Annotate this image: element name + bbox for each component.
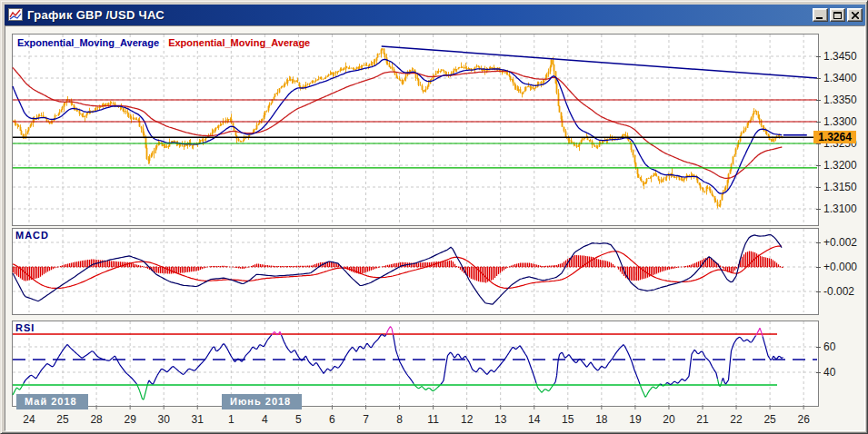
date-tick-label: 26	[797, 413, 809, 426]
date-tick-label: 28	[90, 413, 102, 426]
date-tick-label: 4	[262, 413, 268, 426]
date-tick-label: 29	[124, 413, 135, 426]
date-tick-label: 6	[329, 413, 335, 426]
chart-client-area: Exponential_Moving_Average Exponential_M…	[5, 25, 865, 431]
month-badge-june: Июнь 2018	[222, 394, 302, 409]
rsi-tick-label: 40	[816, 366, 835, 379]
minimize-button[interactable]	[813, 8, 828, 22]
price-tick-label: 1.3150	[816, 181, 857, 193]
date-tick-label: 22	[730, 413, 742, 426]
close-button[interactable]	[847, 8, 863, 22]
window-title: График GBP /USD ЧАС	[27, 8, 813, 22]
date-tick-label: 25	[56, 413, 68, 426]
date-tick-label: 14	[528, 413, 540, 426]
macd-tick-label: +0.000	[816, 261, 857, 273]
price-axis[interactable]: 1.34501.34001.33501.33001.32501.32001.31…	[811, 26, 866, 426]
price-tick-label: 1.3200	[816, 159, 857, 172]
rsi-panel-svg[interactable]	[12, 321, 819, 407]
date-tick-label: 15	[562, 413, 574, 426]
date-tick-label: 21	[696, 413, 708, 426]
date-tick-label: 11	[427, 413, 438, 426]
chart-icon	[8, 8, 24, 22]
date-tick-label: 12	[461, 413, 473, 426]
date-tick-label: 20	[663, 413, 674, 426]
rsi-tick-label: 60	[816, 340, 835, 353]
chart-window: График GBP /USD ЧАС Exponential_Moving_A…	[0, 0, 868, 434]
date-tick-label: 30	[158, 413, 170, 426]
macd-tick-label: +0.002	[816, 236, 857, 249]
price-tick-label: 1.3350	[816, 94, 857, 106]
price-tick-label: 1.3400	[816, 72, 857, 84]
rsi-label: RSI	[15, 322, 35, 333]
date-tick-label: 19	[629, 413, 641, 426]
price-tick-label: 1.3100	[816, 202, 857, 215]
legend-ema-fast[interactable]: Exponential_Moving_Average	[17, 37, 159, 48]
legend-ema-slow[interactable]: Exponential_Moving_Average	[168, 37, 310, 48]
maximize-button[interactable]	[830, 8, 845, 22]
date-tick-label: 7	[363, 413, 369, 426]
current-price-badge: 1.3264	[813, 131, 856, 143]
date-tick-label: 31	[192, 413, 204, 426]
date-tick-label: 18	[595, 413, 607, 426]
macd-label: MACD	[15, 230, 49, 241]
date-tick-label: 25	[763, 413, 775, 426]
macd-tick-label: -0.002	[816, 285, 854, 298]
date-tick-label: 8	[396, 413, 403, 426]
date-tick-label: 5	[295, 413, 302, 426]
month-badge-may: Май 2018	[16, 394, 88, 409]
date-tick-label: 13	[494, 413, 506, 426]
price-tick-label: 1.3450	[816, 50, 857, 63]
price-tick-label: 1.3300	[816, 115, 857, 128]
indicator-legend: Exponential_Moving_Average Exponential_M…	[17, 37, 310, 48]
macd-panel-svg[interactable]	[12, 228, 819, 315]
date-tick-label: 24	[23, 413, 35, 426]
date-axis[interactable]: 2425282930311456781112131415181920212225…	[12, 405, 818, 429]
main-chart-svg[interactable]	[12, 34, 819, 226]
title-bar[interactable]: График GBP /USD ЧАС	[5, 5, 865, 25]
date-tick-label: 1	[228, 413, 234, 426]
